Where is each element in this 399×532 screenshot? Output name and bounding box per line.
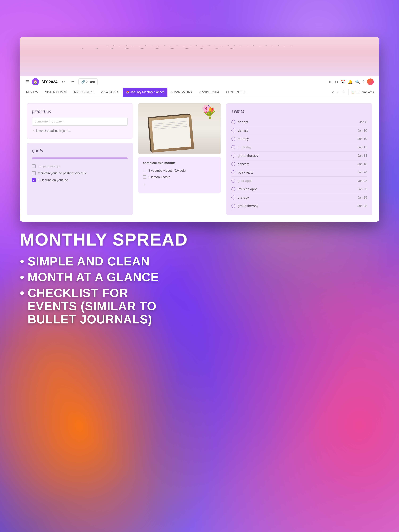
- tab-prev-button[interactable]: <: [331, 89, 335, 95]
- bullet-dot-1: •: [20, 255, 25, 268]
- menu-icon[interactable]: ☰: [25, 79, 29, 84]
- events-panel: events dr appt Jan 8 dentist Jan 10: [226, 103, 372, 215]
- event-name: group therapy: [238, 154, 258, 158]
- tab-active-icon: 📅: [126, 91, 129, 94]
- notion-window: 〰 〰 〰 〰 〰 〰 〰 〰 〰 〰 〰 ⌒ ⌒ ⌒ ⌒ ⌒ ⌒ ⌒ ⌒ ⌒ …: [20, 37, 379, 222]
- tab-january-monthly-planner[interactable]: 📅 January Monthly planner: [123, 88, 167, 96]
- event-name: therapy: [238, 137, 249, 141]
- tab-active-label: January Monthly planner: [130, 90, 164, 94]
- content-area: priorities complete [···] content lemon8…: [20, 97, 379, 222]
- event-date: Jan 18: [357, 162, 367, 166]
- event-gi-dr-appt: gi dr appt Jan 22: [231, 177, 367, 185]
- event-name: [···] today: [238, 145, 252, 149]
- event-left: gi dr appt: [231, 179, 252, 183]
- priorities-card: priorities complete [···] content lemon8…: [27, 103, 133, 139]
- calendar-icon[interactable]: 📅: [341, 80, 345, 84]
- event-circle[interactable]: [231, 196, 235, 200]
- goal-checkbox-2[interactable]: [32, 171, 36, 175]
- tab-content-ideas[interactable]: CONTENT IDI...: [222, 88, 252, 96]
- event-circle[interactable]: [231, 154, 235, 158]
- event-name: infusion appt: [238, 187, 257, 191]
- add-month-goal-button[interactable]: +: [143, 181, 216, 189]
- cover-image: 〰 〰 〰 〰 〰 〰 〰 〰 〰 〰 〰 ⌒ ⌒ ⌒ ⌒ ⌒ ⌒ ⌒ ⌒ ⌒ …: [20, 37, 379, 76]
- templates-icon: 📋: [351, 90, 355, 94]
- event-group-therapy-1: group therapy Jan 14: [231, 152, 367, 160]
- center-panel: 💐 🌸 complete this month: 8 youtube video…: [138, 103, 221, 215]
- month-goal-2: 9 lemon8 posts: [143, 174, 216, 180]
- clock-icon[interactable]: ⊙: [335, 80, 338, 84]
- page-line: [154, 123, 187, 126]
- share-button[interactable]: 🔗 Share: [78, 78, 98, 85]
- priorities-input[interactable]: complete [···] content: [32, 117, 127, 126]
- tab-vision-board[interactable]: VISION BOARD: [42, 88, 71, 96]
- event-name: gi dr appt: [238, 179, 252, 183]
- event-dentist: dentist Jan 10: [231, 126, 367, 135]
- bell-icon[interactable]: 🔔: [348, 80, 353, 84]
- event-group-therapy-2: group therapy Jan 28: [231, 202, 367, 210]
- event-circle[interactable]: [231, 170, 235, 174]
- event-circle[interactable]: [231, 137, 235, 141]
- event-name: bday party: [238, 171, 253, 174]
- bullet-text-2: MONTH AT A GLANCE: [28, 271, 159, 284]
- month-checkbox-2[interactable]: [143, 175, 146, 179]
- complete-month-box: complete this month: 8 youtube videos (2…: [138, 157, 221, 193]
- event-left: dentist: [231, 128, 248, 133]
- help-icon[interactable]: ?: [362, 80, 365, 84]
- event-circle[interactable]: [231, 204, 235, 208]
- tab-anime-2024[interactable]: ○ ANIME 2024: [196, 88, 222, 96]
- event-circle[interactable]: [231, 120, 235, 124]
- event-circle[interactable]: [231, 162, 235, 166]
- search-icon[interactable]: 🔍: [355, 80, 360, 84]
- event-circle[interactable]: [231, 128, 235, 133]
- table-icon[interactable]: ⊞: [329, 80, 332, 84]
- user-avatar[interactable]: [367, 78, 374, 85]
- templates-button[interactable]: 📋 98 Templates: [348, 89, 376, 95]
- share-label: Share: [86, 80, 95, 84]
- event-left: therapy: [231, 137, 249, 141]
- goal-item-3: ✓ 1.2k subs on youtube: [32, 177, 128, 184]
- event-left: concert: [231, 162, 249, 166]
- priorities-title: priorities: [32, 108, 127, 114]
- event-name: therapy: [238, 196, 249, 200]
- undo-button[interactable]: ↩: [60, 79, 66, 85]
- flower-2: 🌸: [201, 104, 211, 113]
- bird-silhouettes: ⌒ ⌒ ⌒ ⌒ ⌒ ⌒ ⌒ ⌒ ⌒ ⌒ ⌒ ⌒ ⌒ ⌒ ⌒ ⌒ ⌒ ⌒ ⌒ ⌒: [80, 45, 319, 49]
- month-checkbox-1[interactable]: [143, 169, 146, 172]
- page-wrapper: 〰 〰 〰 〰 〰 〰 〰 〰 〰 〰 〰 ⌒ ⌒ ⌒ ⌒ ⌒ ⌒ ⌒ ⌒ ⌒ …: [0, 0, 399, 532]
- tab-bar-actions: < > + 📋 98 Templates: [331, 89, 376, 95]
- event-name: dentist: [238, 129, 248, 133]
- event-name: dr appt: [238, 120, 248, 124]
- goals-divider: [32, 158, 128, 159]
- bullet-1: • SIMPLE AND CLEAN: [20, 255, 379, 268]
- add-tab-button[interactable]: +: [341, 89, 346, 95]
- journal-book: [147, 114, 193, 152]
- event-left: infusion appt: [231, 187, 257, 191]
- goal-checkbox-1[interactable]: [32, 165, 36, 168]
- event-date: Jan 25: [357, 196, 367, 199]
- event-date: Jan 28: [357, 204, 367, 208]
- tab-next-button[interactable]: >: [336, 89, 339, 95]
- bullet-dot-3: •: [20, 286, 25, 300]
- toolbar-right: ⊞ ⊙ 📅 🔔 🔍 ?: [329, 78, 374, 85]
- goal-text-2: maintain youtube posting schedule: [38, 171, 87, 175]
- goals-card: goals [···] partnerships maintain youtub…: [27, 143, 133, 215]
- journal-cover: [149, 114, 194, 153]
- journal-bg: 💐 🌸: [138, 103, 221, 154]
- tab-my-big-goal[interactable]: MY BIG GOAL: [71, 88, 97, 96]
- event-name: concert: [238, 162, 249, 166]
- event-date: Jan 20: [357, 171, 367, 174]
- event-date: Jan 22: [357, 179, 367, 183]
- event-circle[interactable]: [231, 145, 235, 149]
- tab-review[interactable]: REVIEW: [23, 88, 42, 96]
- event-bday-party: bday party Jan 20: [231, 168, 367, 177]
- event-circle[interactable]: [231, 179, 235, 183]
- event-circle[interactable]: [231, 187, 235, 191]
- tab-manga-2024[interactable]: ○ MANGA 2024: [167, 88, 196, 96]
- goal-checkbox-3[interactable]: ✓: [32, 178, 36, 182]
- tab-2024-goals[interactable]: 2024 GOALS: [97, 88, 123, 96]
- bullet-dot-2: •: [20, 271, 25, 284]
- event-date: Jan 11: [357, 145, 367, 149]
- more-options-button[interactable]: •••: [69, 79, 76, 85]
- monthly-spread-title: MONTHLY SPREAD: [20, 229, 379, 249]
- bottom-section: MONTHLY SPREAD • SIMPLE AND CLEAN • MONT…: [0, 229, 399, 326]
